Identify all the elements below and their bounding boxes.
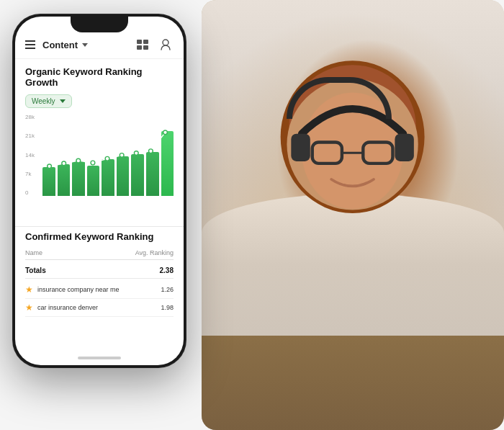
svg-point-13 [163,40,168,45]
bar-fill-1 [42,167,55,196]
y-label-14k: 14k [25,152,41,158]
keyword-row-2: ★ car insurance denver 1.98 [25,299,174,317]
phone-notch [71,17,128,32]
bar-fill-4 [87,166,100,196]
svg-point-3 [302,92,403,209]
phone-mockup: Content [13,14,186,367]
bar-fill-6 [117,156,130,196]
star-icon-1: ★ [25,285,33,295]
table-header: Name Avg. Ranking [25,246,174,260]
chart-y-labels: 28k 21k 14k 7k 0 [25,114,41,196]
bar-fill-9 [161,131,174,196]
bar-5 [102,114,114,196]
keyword-rank-2: 1.98 [161,304,174,311]
y-label-28k: 28k [25,114,41,120]
col-name-header: Name [25,249,42,256]
bar-8 [146,114,159,196]
star-icon-2: ★ [25,303,33,313]
table-title: Confirmed Keyword Ranking [25,231,174,242]
svg-rect-7 [292,133,310,161]
weekly-dropdown[interactable]: Weekly [25,94,72,108]
bar-4 [87,114,100,196]
layout-icon[interactable] [135,37,150,53]
bar-fill-3 [72,161,85,196]
svg-rect-9 [137,40,142,44]
keyword-rank-1: 1.26 [161,286,174,293]
totals-value: 2.38 [160,266,174,274]
user-icon[interactable] [158,37,174,53]
bar-1 [42,114,55,196]
svg-rect-12 [143,45,148,50]
header-title: Content [42,40,78,50]
bar-fill-2 [58,164,71,196]
section-divider [15,226,184,227]
y-label-21k: 21k [25,133,41,139]
table-section: Confirmed Keyword Ranking Name Avg. Rank… [15,231,184,317]
svg-rect-10 [143,40,148,44]
weekly-chevron-icon [60,99,66,103]
scene: Content [0,0,504,430]
home-indicator [78,357,121,359]
chart-section: Organic Keyword Ranking Growth Weekly 28… [15,59,184,222]
chart-area: 28k 21k 14k 7k 0 [25,114,174,207]
totals-row: Totals 2.38 [25,263,174,279]
bar-7 [131,114,144,196]
chevron-down-icon[interactable] [82,43,88,47]
bar-fill-5 [102,159,114,196]
svg-rect-8 [395,133,414,161]
y-label-7k: 7k [25,171,41,177]
keyword-row-1: ★ insurance company near me 1.26 [25,281,174,299]
person-photo [202,0,504,430]
svg-rect-11 [137,45,142,50]
weekly-label: Weekly [32,97,55,105]
hamburger-icon[interactable] [25,40,35,49]
bar-9 [161,114,174,196]
bar-fill-8 [146,152,159,196]
bar-fill-7 [131,154,144,196]
keyword-text-1: insurance company near me [37,286,120,293]
bar-6 [117,114,130,196]
keyword-text-2: car insurance denver [37,304,98,311]
bar-2 [58,114,71,196]
bar-3 [72,114,85,196]
chart-title: Organic Keyword Ranking Growth [25,66,174,88]
totals-label: Totals [25,266,46,274]
col-ranking-header: Avg. Ranking [135,249,174,256]
chart-bars [42,114,174,196]
y-label-0: 0 [25,189,41,196]
